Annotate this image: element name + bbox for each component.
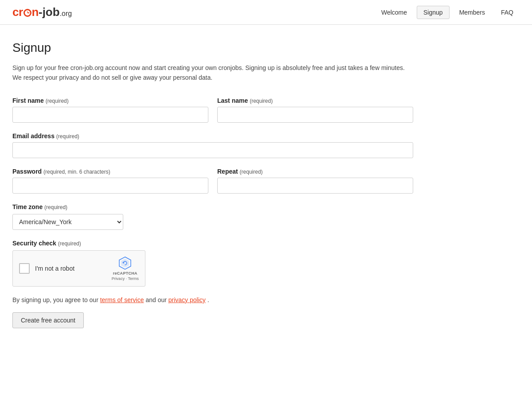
email-required: (required) (56, 133, 79, 140)
timezone-select[interactable]: America/New_York America/Chicago America… (12, 214, 123, 230)
logo-job: -job (39, 5, 60, 19)
privacy-policy-link[interactable]: privacy policy (168, 296, 206, 303)
password-input[interactable] (12, 178, 208, 194)
site-header: crn -job .org Welcome Signup Members FAQ (0, 0, 532, 25)
logo-cron: crn (12, 5, 39, 19)
email-input[interactable] (12, 142, 413, 158)
terms-of-service-link[interactable]: terms of service (100, 296, 144, 303)
recaptcha-label: I'm not a robot (35, 265, 74, 272)
last-name-label: Last name (required) (217, 97, 413, 104)
password-row: Password (required, min. 6 characters) R… (12, 168, 413, 194)
security-check-label: Security check (required) (12, 240, 413, 247)
recaptcha-links: Privacy · Terms (112, 276, 139, 281)
password-label: Password (required, min. 6 characters) (12, 168, 208, 175)
repeat-password-input[interactable] (217, 178, 413, 194)
timezone-required: (required) (44, 204, 67, 210)
first-name-group: First name (required) (12, 97, 208, 123)
logo: crn -job .org (12, 5, 72, 19)
nav-welcome[interactable]: Welcome (375, 6, 413, 19)
security-check-section: Security check (required) I'm not a robo… (12, 240, 413, 287)
timezone-group: Time zone (required) America/New_York Am… (12, 203, 413, 230)
last-name-group: Last name (required) (217, 97, 413, 123)
first-name-label: First name (required) (12, 97, 208, 104)
recaptcha-brand-text: reCAPTCHA (113, 271, 137, 276)
first-name-required: (required) (46, 98, 69, 104)
repeat-password-group: Repeat (required) (217, 168, 413, 194)
nav-members[interactable]: Members (453, 6, 491, 19)
page-description: Sign up for your free cron-job.org accou… (12, 63, 413, 83)
password-group: Password (required, min. 6 characters) (12, 168, 208, 194)
repeat-password-label: Repeat (required) (217, 168, 413, 175)
repeat-required: (required) (240, 169, 263, 175)
password-required: (required, min. 6 characters) (43, 169, 110, 175)
nav-faq[interactable]: FAQ (495, 6, 520, 19)
main-content: Signup Sign up for your free cron-job.or… (0, 25, 426, 350)
email-row: Email address (required) (12, 132, 413, 158)
name-row: First name (required) Last name (require… (12, 97, 413, 123)
email-group: Email address (required) (12, 132, 413, 158)
last-name-input[interactable] (217, 107, 413, 123)
security-check-required: (required) (58, 241, 81, 247)
email-label: Email address (required) (12, 132, 413, 140)
logo-tld: .org (60, 10, 72, 18)
create-account-button[interactable]: Create free account (12, 312, 84, 328)
timezone-row: Time zone (required) America/New_York Am… (12, 203, 413, 230)
recaptcha-privacy-link[interactable]: Privacy (112, 276, 125, 281)
tos-text: By signing up, you agree to our terms of… (12, 296, 413, 303)
recaptcha-checkbox[interactable] (19, 263, 30, 274)
recaptcha-left: I'm not a robot (19, 263, 74, 274)
page-title: Signup (12, 41, 413, 55)
last-name-required: (required) (250, 98, 273, 104)
recaptcha-right: reCAPTCHA Privacy · Terms (112, 256, 139, 281)
timezone-label: Time zone (required) (12, 203, 413, 210)
nav-signup[interactable]: Signup (417, 6, 450, 19)
logo-clock-icon (23, 9, 31, 17)
recaptcha-terms-link[interactable]: Terms (128, 276, 139, 281)
main-nav: Welcome Signup Members FAQ (375, 6, 520, 19)
first-name-input[interactable] (12, 107, 208, 123)
recaptcha-logo-icon (118, 256, 132, 270)
recaptcha-widget[interactable]: I'm not a robot reCAPTCHA Privacy · Term… (12, 250, 145, 287)
